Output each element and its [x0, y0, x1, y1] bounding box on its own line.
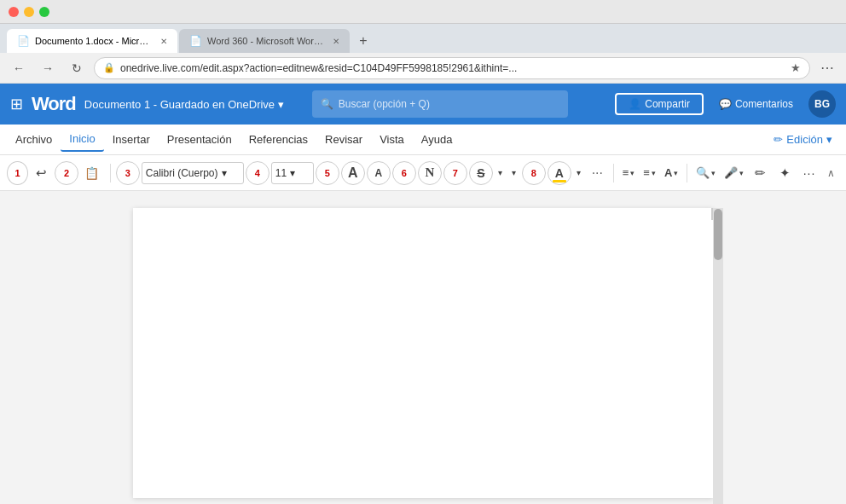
- share-button[interactable]: 👤 Compartir: [615, 93, 704, 115]
- menu-archivo[interactable]: Archivo: [7, 128, 61, 152]
- back-button[interactable]: ←: [7, 56, 31, 80]
- highlight-number-badge: 8: [522, 161, 546, 185]
- align-icon: ≡: [643, 166, 650, 179]
- tab-1-close[interactable]: ✕: [160, 37, 167, 46]
- font-size-chevron: ▾: [290, 167, 295, 179]
- highlight-a-text: A: [555, 166, 564, 180]
- font-name-value: Calibri (Cuerpo): [146, 167, 218, 179]
- tab-2-close[interactable]: ✕: [333, 37, 339, 46]
- font-size-number-badge: 4: [246, 161, 269, 185]
- font-name-dropdown[interactable]: Calibri (Cuerpo) ▾: [142, 162, 244, 184]
- ai-button[interactable]: ✦: [774, 160, 797, 186]
- search-button[interactable]: 🔍 ▾: [692, 161, 719, 185]
- font-size-dropdown[interactable]: 11 ▾: [271, 162, 314, 184]
- ribbon-expand-button[interactable]: ∧: [822, 164, 839, 182]
- menu-insertar[interactable]: Insertar: [104, 128, 159, 152]
- bold-button[interactable]: N: [418, 161, 442, 185]
- word-search-placeholder: Buscar (opción + Q): [339, 98, 430, 110]
- apps-grid-icon[interactable]: ⊞: [10, 95, 23, 113]
- document-page: [133, 208, 713, 504]
- comments-label: Comentarios: [735, 98, 793, 110]
- font-size-group: 4 11 ▾: [246, 161, 314, 185]
- font-name-chevron: ▾: [222, 167, 227, 179]
- font-size-value: 11: [275, 167, 287, 179]
- separator-1: [110, 164, 111, 182]
- microphone-icon: 🎤: [724, 166, 738, 179]
- toolbar-more-button[interactable]: ···: [798, 160, 821, 186]
- more-button[interactable]: ···: [587, 161, 608, 185]
- menu-bar: Archivo Inicio Insertar Presentación Ref…: [0, 125, 846, 155]
- list-button[interactable]: ≡ ▾: [619, 161, 639, 185]
- list-icon: ≡: [623, 166, 629, 179]
- paste-icon[interactable]: 📋: [79, 160, 105, 186]
- user-avatar[interactable]: BG: [808, 90, 836, 118]
- edit-mode-label: Edición: [786, 133, 823, 146]
- minimize-traffic-light[interactable]: [24, 7, 34, 17]
- maximize-traffic-light[interactable]: [39, 7, 49, 17]
- new-tab-button[interactable]: +: [351, 29, 375, 53]
- browser-tab-2[interactable]: 📄 Word 360 - Microsoft Word Or... ✕: [179, 29, 350, 53]
- url-bar[interactable]: 🔒 onedrive.live.com/edit.aspx?action=edi…: [94, 57, 810, 79]
- browser-tab-1[interactable]: 📄 Documento 1.docx - Microsof... ✕: [7, 29, 177, 53]
- text-color-button[interactable]: A ▾: [661, 161, 681, 185]
- font-grow-button[interactable]: A: [341, 161, 365, 185]
- search-chevron: ▾: [711, 169, 716, 177]
- paste-group: 2 📋: [55, 160, 105, 186]
- highlight-chevron[interactable]: ▾: [573, 160, 585, 186]
- voice-button[interactable]: 🎤 ▾: [721, 161, 747, 185]
- strikethrough-chevron[interactable]: ▾: [495, 160, 507, 186]
- refresh-button[interactable]: ↻: [65, 56, 89, 80]
- undo-icon[interactable]: ↩: [30, 160, 53, 186]
- strikethrough-button[interactable]: S: [469, 161, 493, 185]
- highlight-button[interactable]: A: [548, 161, 571, 185]
- underline-chevron[interactable]: ▾: [508, 160, 520, 186]
- close-traffic-light[interactable]: [9, 7, 19, 17]
- url-text: onedrive.live.com/edit.aspx?action=editn…: [120, 62, 785, 74]
- font-number-badge: 3: [116, 161, 140, 185]
- word-search-bar[interactable]: 🔍 Buscar (opción + Q): [312, 90, 568, 118]
- comments-icon: 💬: [719, 98, 732, 110]
- scrollbar-thumb[interactable]: [714, 209, 722, 260]
- menu-vista[interactable]: Vista: [371, 128, 413, 152]
- word-header: ⊞ Word Documento 1 - Guardado en OneDriv…: [0, 84, 846, 125]
- draw-button[interactable]: ✏: [749, 160, 772, 186]
- document-title-chevron: ▾: [278, 98, 284, 111]
- font-name-group: 3 Calibri (Cuerpo) ▾: [116, 161, 244, 185]
- document-title[interactable]: Documento 1 - Guardado en OneDrive ▾: [84, 98, 284, 111]
- separator-2: [613, 164, 614, 182]
- forward-button[interactable]: →: [36, 56, 60, 80]
- bold-number-badge: 6: [392, 161, 416, 185]
- share-label: Compartir: [645, 98, 690, 110]
- search-toolbar-icon: 🔍: [696, 166, 710, 179]
- text-color-chevron: ▾: [674, 169, 678, 177]
- tab-2-label: Word 360 - Microsoft Word Or...: [207, 36, 324, 46]
- menu-inicio[interactable]: Inicio: [61, 128, 103, 152]
- edit-mode-button[interactable]: ✏ Edición ▾: [767, 130, 839, 149]
- align-button[interactable]: ≡ ▾: [640, 161, 659, 185]
- toolbar: 1 ↩ 2 📋 3 Calibri (Cuerpo) ▾ 4 11 ▾ 5 A …: [0, 155, 846, 191]
- address-bar: ← → ↻ 🔒 onedrive.live.com/edit.aspx?acti…: [0, 53, 846, 84]
- document-area: [0, 191, 846, 504]
- paste-button[interactable]: 2: [55, 161, 78, 185]
- highlight-group: 8 A ▾: [522, 160, 585, 186]
- menu-ayuda[interactable]: Ayuda: [413, 128, 461, 152]
- traffic-lights: [9, 7, 49, 17]
- menu-referencias[interactable]: Referencias: [240, 128, 316, 152]
- page-canvas[interactable]: [133, 208, 713, 498]
- bold-group: 6 N: [392, 161, 442, 185]
- scrollbar-track: [713, 208, 723, 504]
- strikethrough-group: 7 S ▾ ▾: [443, 160, 520, 186]
- tab-2-icon: 📄: [189, 35, 202, 47]
- menu-revisar[interactable]: Revisar: [316, 128, 371, 152]
- highlight-color-bar: [553, 180, 566, 182]
- s-number-badge: 7: [443, 161, 467, 185]
- align-chevron: ▾: [652, 169, 656, 177]
- bookmark-icon[interactable]: ★: [791, 61, 801, 74]
- undo-button[interactable]: 1: [7, 161, 28, 185]
- browser-menu-button[interactable]: ⋯: [815, 56, 839, 80]
- font-shrink-button[interactable]: A: [367, 161, 391, 185]
- menu-presentacion[interactable]: Presentación: [159, 128, 240, 152]
- comments-button[interactable]: 💬 Comentarios: [710, 95, 802, 113]
- font-grow-number-badge: 5: [316, 161, 339, 185]
- list-chevron: ▾: [630, 169, 634, 177]
